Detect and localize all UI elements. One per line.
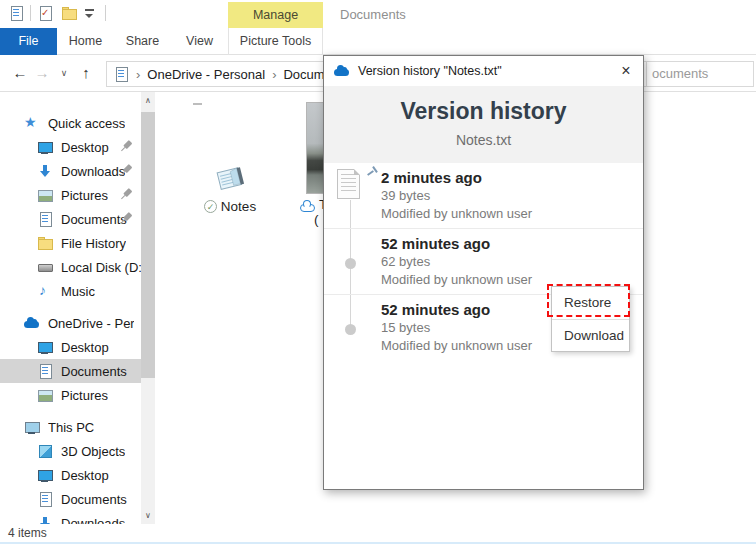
window-titlebar[interactable]: Manage Documents [0, 0, 756, 28]
documents-window-icon [8, 5, 24, 21]
sidebar-item-label: Desktop [61, 140, 109, 155]
current-version-document-icon [337, 169, 360, 199]
restore-highlight-box [547, 284, 630, 317]
cube-icon [37, 443, 53, 459]
desktop-icon [37, 467, 53, 483]
back-arrow-icon[interactable]: ← [10, 62, 30, 84]
new-folder-icon[interactable] [61, 5, 77, 21]
location-document-icon [113, 66, 129, 82]
file-notes[interactable]: Notes [193, 140, 267, 218]
version-entry[interactable]: 2 minutes ago39 bytesModified by unknown… [324, 163, 643, 229]
sidebar-item-music[interactable]: Music [0, 279, 141, 303]
tab-home[interactable]: Home [57, 28, 114, 55]
toolbar-separator [105, 5, 106, 21]
version-modified: Modified by unknown user [381, 206, 633, 223]
click-indicator-icon [367, 165, 379, 177]
sidebar-item-documents[interactable]: Documents [0, 487, 141, 511]
notepad-icon [212, 162, 248, 196]
version-history-heading: Version history [324, 86, 643, 125]
status-bar: 4 items [0, 524, 756, 542]
breadcrumb-chevron-icon[interactable]: › [136, 67, 140, 82]
scroll-up-icon[interactable]: ∧ [141, 92, 155, 109]
version-dot-icon [345, 258, 356, 269]
pin-icon [115, 136, 138, 159]
disk-icon [37, 259, 53, 275]
sidebar-item-label: Pictures [61, 388, 108, 403]
tab-file[interactable]: File [0, 28, 57, 55]
dialog-titlebar[interactable]: Version history "Notes.txt" × [324, 56, 643, 86]
pc-icon [24, 419, 40, 435]
group-header-dash [193, 103, 202, 105]
quick-access-toolbar [8, 5, 112, 21]
star-icon [24, 115, 40, 131]
cloud-icon [24, 315, 40, 331]
up-arrow-icon[interactable]: ↑ [76, 62, 96, 84]
close-icon[interactable]: × [609, 56, 643, 86]
cloud-status-icon [300, 198, 315, 212]
synced-check-icon [204, 200, 217, 213]
version-time: 52 minutes ago [381, 234, 633, 253]
sidebar-item-desktop[interactable]: Desktop [0, 463, 141, 487]
version-size: 39 bytes [381, 188, 633, 205]
sidebar-item-local-disk-d[interactable]: Local Disk (D:) [0, 255, 141, 279]
history-dropdown-icon[interactable]: ∨ [54, 62, 74, 84]
version-time: 2 minutes ago [381, 168, 633, 187]
sidebar-item-file-history[interactable]: File History [0, 231, 141, 255]
sidebar-item-label: Local Disk (D:) [61, 260, 141, 275]
document-icon [37, 363, 53, 379]
version-dot-icon [345, 324, 356, 335]
sidebar-item-quick-access[interactable]: Quick access [0, 111, 141, 135]
sidebar-item-desktop[interactable]: Desktop [0, 335, 141, 359]
breadcrumb-item-onedrive-personal[interactable]: OneDrive - Personal [147, 67, 265, 82]
sidebar-item-label: Documents [61, 364, 127, 379]
toolbar-separator [30, 5, 31, 21]
sidebar-item-label: 3D Objects [61, 444, 125, 459]
sidebar-item-label: OneDrive - Personal [48, 316, 134, 331]
sidebar-item-pictures[interactable]: Pictures [0, 383, 141, 407]
file-name: Notes [221, 199, 256, 214]
folder-icon [37, 235, 53, 251]
forward-arrow-icon[interactable]: → [32, 62, 52, 84]
sidebar-item-desktop[interactable]: Desktop [0, 135, 141, 159]
sidebar-item-pictures[interactable]: Pictures [0, 183, 141, 207]
sidebar-item-label: Pictures [61, 188, 108, 203]
pin-icon [115, 184, 138, 207]
properties-check-icon[interactable] [37, 5, 53, 21]
sidebar-item-onedrive-personal[interactable]: OneDrive - Personal [0, 311, 141, 335]
sidebar-item-downloads[interactable]: Downloads [0, 511, 141, 524]
picture-icon [37, 387, 53, 403]
breadcrumb-chevron-icon[interactable]: › [272, 67, 276, 82]
search-input[interactable]: ocuments [646, 61, 754, 87]
navigation-pane: Quick accessDesktopDownloadsPicturesDocu… [0, 92, 160, 524]
menu-item-download[interactable]: Download [552, 319, 629, 351]
scrollbar-thumb[interactable] [141, 112, 155, 378]
sidebar-item-label: Quick access [48, 116, 125, 131]
picture-icon [37, 187, 53, 203]
desktop-icon [37, 139, 53, 155]
sidebar-item-label: Downloads [61, 516, 125, 525]
customize-dropdown-icon[interactable] [83, 5, 99, 21]
onedrive-cloud-icon [334, 63, 350, 79]
sidebar-item-3d-objects[interactable]: 3D Objects [0, 439, 141, 463]
document-icon [37, 491, 53, 507]
contextual-tab-manage[interactable]: Manage [228, 2, 323, 28]
sidebar-item-label: File History [61, 236, 126, 251]
sidebar-item-documents[interactable]: Documents [0, 207, 141, 231]
document-icon [37, 211, 53, 227]
tab-picture-tools[interactable]: Picture Tools [228, 28, 323, 55]
breadcrumb: ›OneDrive - Personal›Documents [129, 67, 349, 82]
sidebar-item-downloads[interactable]: Downloads [0, 159, 141, 183]
sidebar-item-this-pc[interactable]: This PC [0, 415, 141, 439]
sidebar-item-label: Desktop [61, 340, 109, 355]
music-icon [37, 283, 53, 299]
sidebar-scrollbar[interactable]: ∧ ∨ [141, 92, 155, 524]
sidebar-item-label: Desktop [61, 468, 109, 483]
version-size: 62 bytes [381, 254, 633, 271]
tab-share[interactable]: Share [114, 28, 171, 55]
tab-view[interactable]: View [171, 28, 228, 55]
ribbon-tabs: FileHomeShareViewPicture Tools [0, 28, 756, 55]
download-icon [37, 163, 53, 179]
window-title: Documents [340, 7, 406, 22]
scroll-down-icon[interactable]: ∨ [141, 507, 155, 524]
sidebar-item-documents[interactable]: Documents [0, 359, 141, 383]
